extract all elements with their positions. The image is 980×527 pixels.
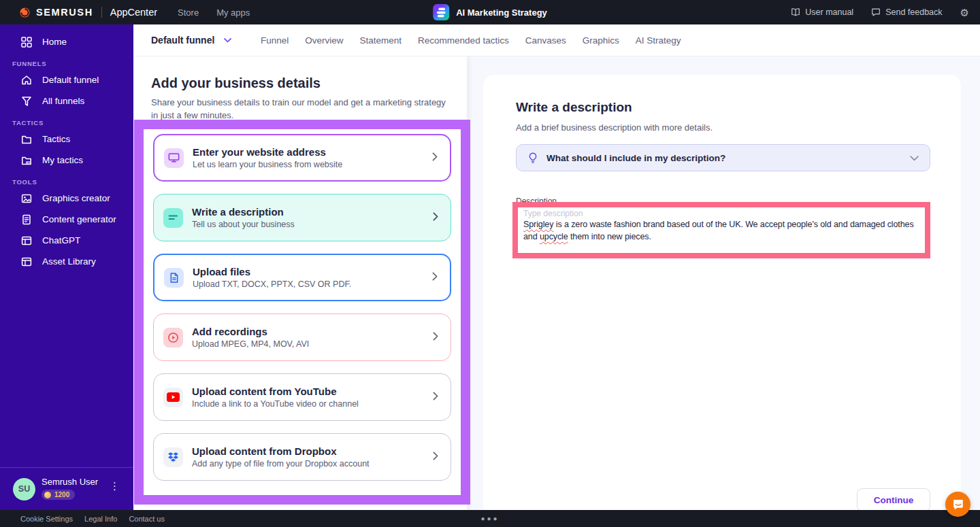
- option-add-recordings[interactable]: Add recordings Upload MPEG, MP4, MOV, AV…: [153, 313, 451, 361]
- funnel-selector-label: Default funnel: [151, 35, 214, 46]
- continue-button[interactable]: Continue: [857, 488, 930, 511]
- chevron-down-icon: [224, 38, 231, 43]
- tab-overview[interactable]: Overview: [305, 35, 343, 46]
- chevron-right-icon: [432, 152, 438, 164]
- svg-text:MY: MY: [26, 160, 31, 164]
- option-title: Upload content from Dropbox: [192, 445, 370, 458]
- product-name: AppCenter: [110, 7, 157, 18]
- send-feedback-label: Send feedback: [885, 7, 942, 17]
- dropbox-icon: [163, 447, 183, 467]
- option-text: Enter your website address Let us learn …: [193, 146, 342, 170]
- youtube-icon: [163, 388, 183, 407]
- chat-widget-button[interactable]: [945, 492, 970, 517]
- sidebar-label: All funnels: [42, 96, 84, 106]
- sidebar-item-default-funnel[interactable]: Default funnel: [0, 69, 133, 90]
- monitor-icon: [164, 148, 184, 168]
- file-icon: [164, 268, 184, 288]
- app-title: AI Marketing Strategy: [456, 7, 547, 18]
- text-lines-icon: [163, 208, 183, 228]
- lightbulb-icon: [527, 152, 538, 164]
- footer-grip-handle[interactable]: ●●●: [480, 515, 499, 522]
- nav-store[interactable]: Store: [178, 7, 199, 18]
- sidebar-label: Graphics creator: [42, 193, 110, 203]
- highlight-frame-description: Type description Sprigley is a zero wast…: [512, 202, 930, 258]
- user-meta: Semrush User 1200: [42, 477, 98, 501]
- user-manual-label: User manual: [805, 7, 853, 17]
- highlight-frame-options: Enter your website address Let us learn …: [134, 120, 470, 505]
- option-upload-dropbox[interactable]: Upload content from Dropbox Add any type…: [153, 433, 451, 481]
- semrush-logo[interactable]: SEMRUSH AppCenter: [19, 7, 157, 18]
- option-upload-files[interactable]: Upload files Upload TXT, DOCX, PPTX, CSV…: [153, 254, 451, 301]
- sidebar-label: My tactics: [42, 155, 83, 165]
- credits-badge: 1200: [42, 490, 75, 500]
- misspelled-word: upcycle: [540, 232, 568, 241]
- option-title: Upload files: [193, 266, 351, 279]
- nav-my-apps[interactable]: My apps: [216, 7, 250, 18]
- option-text: Upload content from Dropbox Add any type…: [192, 445, 370, 469]
- chevron-right-icon: [432, 271, 438, 284]
- option-upload-youtube[interactable]: Upload content from YouTube Include a li…: [153, 373, 451, 421]
- chat-icon: [952, 498, 964, 511]
- panel-title: Write a description: [516, 100, 928, 115]
- chevron-right-icon: [433, 331, 438, 343]
- chevron-right-icon: [433, 451, 438, 463]
- option-text: Upload files Upload TXT, DOCX, PPTX, CSV…: [193, 266, 351, 290]
- sidebar-item-asset-library[interactable]: Asset Library: [0, 251, 133, 272]
- tab-funnel[interactable]: Funnel: [261, 35, 289, 46]
- brand-name: SEMRUSH: [36, 7, 93, 18]
- user-manual-button[interactable]: User manual: [791, 7, 853, 17]
- option-write-description[interactable]: Write a description Tell us about your b…: [153, 194, 451, 241]
- settings-gear-icon[interactable]: ⚙: [960, 7, 969, 18]
- panel-subtitle: Add a brief business description with mo…: [516, 122, 928, 133]
- app-root: SEMRUSH AppCenter Store My apps AI Marke…: [0, 0, 980, 527]
- app-logo-icon: [433, 4, 449, 20]
- tab-ai-strategy[interactable]: AI Strategy: [636, 35, 681, 46]
- coin-icon: [44, 492, 51, 498]
- send-feedback-button[interactable]: Send feedback: [871, 7, 942, 17]
- funnel-selector-dropdown[interactable]: Default funnel: [151, 35, 231, 46]
- sidebar-section-tactics: TACTICS: [0, 119, 133, 126]
- folder-my-icon: MY: [21, 155, 32, 166]
- option-subtitle: Let us learn your business from website: [193, 160, 342, 169]
- funnel-icon: [21, 96, 32, 107]
- sidebar-home-label: Home: [42, 37, 67, 47]
- home-icon: [21, 75, 32, 86]
- book-icon: [791, 7, 800, 17]
- sidebar-item-chatgpt[interactable]: ChatGPT: [0, 230, 133, 251]
- sidebar-section-tools: TOOLS: [0, 178, 133, 186]
- sidebar-item-content-generator[interactable]: Content generator: [0, 209, 133, 230]
- sidebar-item-all-funnels[interactable]: All funnels: [0, 90, 133, 112]
- tab-statement[interactable]: Statement: [360, 35, 402, 46]
- description-text: them into new pieces.: [568, 232, 651, 241]
- footer-cookie-settings[interactable]: Cookie Settings: [20, 515, 73, 523]
- footer-legal-info[interactable]: Legal Info: [84, 515, 117, 523]
- semrush-flame-icon: [19, 7, 31, 18]
- option-text: Write a description Tell us about your b…: [192, 206, 295, 230]
- option-enter-website[interactable]: Enter your website address Let us learn …: [153, 134, 451, 182]
- user-menu-button[interactable]: ⋮: [110, 480, 120, 492]
- sidebar-label: Default funnel: [42, 75, 99, 85]
- description-textarea[interactable]: Type description Sprigley is a zero wast…: [518, 207, 925, 253]
- description-hint-accordion[interactable]: What should I include in my description?: [516, 144, 930, 171]
- write-description-panel: Write a description Add a brief business…: [483, 75, 961, 527]
- grid-icon: [21, 37, 32, 48]
- tab-graphics[interactable]: Graphics: [583, 35, 619, 46]
- option-title: Enter your website address: [193, 146, 342, 159]
- option-subtitle: Tell us about your business: [192, 220, 295, 229]
- tab-canvases[interactable]: Canvases: [525, 35, 566, 46]
- sidebar-item-home[interactable]: Home: [0, 31, 133, 52]
- tab-recommended-tactics[interactable]: Recommended tactics: [418, 35, 509, 46]
- page-title: Add your business details: [151, 75, 449, 91]
- window-icon: [21, 235, 32, 246]
- option-subtitle: Add any type of file from your Dropbox a…: [192, 459, 370, 469]
- brand-divider: [101, 7, 102, 18]
- user-name: Semrush User: [42, 477, 98, 487]
- sidebar-item-tactics[interactable]: Tactics: [0, 129, 133, 150]
- sidebar-section-funnels: FUNNELS: [0, 60, 133, 67]
- footer-contact-us[interactable]: Contact us: [129, 515, 165, 523]
- option-subtitle: Upload TXT, DOCX, PPTX, CSV OR PDF.: [193, 279, 351, 289]
- sidebar-item-graphics-creator[interactable]: Graphics creator: [0, 188, 133, 209]
- sidebar-item-my-tactics[interactable]: MY My tactics: [0, 150, 133, 171]
- textarea-placeholder: Type description: [523, 209, 919, 218]
- tab-bar: Funnel Overview Statement Recommended ta…: [261, 35, 681, 46]
